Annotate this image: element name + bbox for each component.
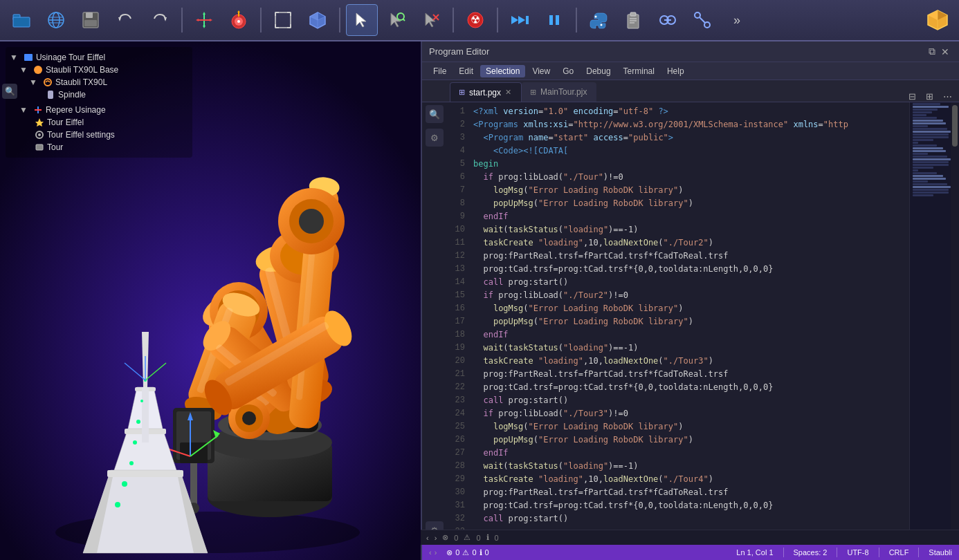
svg-marker-14 [203, 12, 206, 15]
line-ending-text: CRLF [889, 548, 909, 557]
menu-file[interactable]: File [428, 65, 452, 77]
svg-point-20 [237, 20, 240, 23]
open-button[interactable] [6, 4, 37, 36]
close-editor-button[interactable]: ✕ [938, 46, 952, 57]
tree-label-tour-settings: Tour Eiffel settings [47, 130, 115, 140]
link1-button[interactable] [652, 4, 684, 36]
language-status[interactable]: Staubli [929, 548, 952, 557]
menu-selection[interactable]: Selection [480, 65, 525, 77]
svg-marker-46 [518, 16, 525, 24]
spaces-status: Spaces: 2 [794, 548, 828, 557]
save-button[interactable] [75, 4, 107, 36]
tree-item-tour-settings[interactable]: Tour Eiffel settings [10, 129, 188, 141]
tab-maintour-icon: ⊞ [530, 88, 536, 97]
svg-marker-15 [203, 26, 206, 28]
svg-point-139 [34, 66, 42, 74]
nav-prev[interactable]: ‹ [426, 534, 429, 542]
python-button[interactable] [583, 4, 614, 36]
split-editor-button[interactable]: ⊟ [906, 91, 919, 102]
more-tabs-button[interactable]: ⋯ [940, 91, 955, 102]
error-count: 0 [454, 534, 458, 542]
tab-maintour-label: MainTour.pjx [540, 87, 587, 97]
web-button[interactable] [40, 4, 72, 36]
code-content[interactable]: <?xml version="1.0" encoding="utf-8" ?> … [471, 102, 909, 545]
tree-label-spindle: Spindle [58, 90, 86, 100]
svg-point-131 [133, 440, 137, 445]
warning-tri-icon: ⚠ [462, 548, 469, 557]
target-button[interactable] [223, 4, 255, 36]
info-num: 0 [485, 548, 489, 557]
select-button[interactable] [346, 4, 378, 36]
repere-collapse-icon: ▼ [19, 105, 28, 115]
svg-marker-17 [210, 19, 212, 21]
link2-button[interactable] [686, 4, 718, 36]
status-sep-2 [837, 548, 837, 557]
tree-label-staubli-base: Staubli TX90L Base [46, 65, 118, 75]
svg-rect-138 [24, 54, 33, 61]
svg-marker-16 [196, 19, 199, 21]
search-gutter-icon[interactable]: 🔍 [2, 84, 17, 99]
menu-edit[interactable]: Edit [453, 65, 479, 77]
svg-point-128 [115, 502, 120, 507]
svg-rect-48 [549, 15, 553, 25]
position-status: Ln 1, Col 1 [736, 548, 773, 557]
tab-start-close[interactable]: ✕ [505, 88, 511, 97]
pause-button[interactable] [538, 4, 570, 36]
separator-3 [339, 8, 340, 32]
settings-icon[interactable]: ⚙ [426, 129, 444, 147]
menu-help[interactable]: Help [661, 65, 690, 77]
separator-5 [497, 8, 498, 32]
svg-rect-121 [107, 470, 183, 477]
svg-line-39 [403, 19, 405, 21]
menu-debug[interactable]: Debug [581, 65, 616, 77]
svg-point-140 [44, 79, 51, 86]
statusbar: ‹ › ⊗ 0 ⚠ 0 ℹ 0 Ln 1, Col 1 Spaces: 2 UT… [422, 545, 959, 560]
info-icon: ℹ [486, 533, 489, 542]
nav-next[interactable]: › [435, 534, 437, 542]
more-button[interactable]: » [721, 4, 753, 36]
tree-item-root[interactable]: ▼ Usinage Tour Eiffel [10, 51, 188, 64]
tree-item-staubli-base[interactable]: ▼ Staubli TX90L Base [10, 64, 188, 76]
search-icon[interactable]: 🔍 [426, 105, 444, 123]
minimap [909, 102, 951, 545]
select3-button[interactable] [415, 4, 447, 36]
code-bottom-nav: ‹ › ⊗ 0 ⚠ 0 ℹ 0 [422, 530, 959, 545]
menu-terminal[interactable]: Terminal [618, 65, 660, 77]
status-next[interactable]: › [435, 548, 437, 557]
status-sep-3 [879, 548, 879, 557]
svg-rect-147 [36, 144, 43, 150]
tree-item-staubli-tx90l[interactable]: ▼ Staubli TX90L [10, 76, 188, 88]
svg-point-87 [242, 411, 256, 425]
cube-button[interactable] [302, 4, 334, 36]
tree-label-repere: Repere Usinage [46, 105, 106, 115]
right-scrollbar[interactable] [951, 102, 959, 545]
tree-item-tour[interactable]: Tour [10, 141, 188, 153]
select2-button[interactable] [381, 4, 412, 36]
tab-start-pgx[interactable]: ⊞ start.pgx ✕ [450, 82, 522, 102]
fit-button[interactable] [267, 4, 299, 36]
svg-rect-49 [556, 15, 559, 25]
tree-item-spindle[interactable]: Spindle [10, 88, 188, 101]
hazard-button[interactable]: ☢ [459, 4, 491, 36]
restore-button[interactable]: ⧉ [926, 46, 938, 57]
tab-maintour[interactable]: ⊞ MainTour.pjx [522, 82, 596, 102]
status-prev[interactable]: ‹ [429, 548, 432, 557]
menu-go[interactable]: Go [557, 65, 579, 77]
redo-button[interactable] [144, 4, 176, 36]
svg-point-60 [695, 12, 700, 18]
package-button[interactable] [922, 4, 953, 36]
clipboard-button[interactable] [617, 4, 649, 36]
layout-button[interactable]: ⊞ [923, 91, 936, 102]
fast-forward-button[interactable] [504, 4, 536, 36]
line-ending-status: CRLF [889, 548, 909, 557]
menu-view[interactable]: View [527, 65, 556, 77]
undo-button[interactable] [109, 4, 141, 36]
move-button[interactable] [188, 4, 220, 36]
separator-1 [181, 8, 183, 32]
tree-item-repere[interactable]: ▼ Repere Usinage [10, 104, 188, 116]
line-numbers: 12345 678910 1112131415 1617181920 21222… [447, 102, 471, 545]
svg-marker-144 [35, 118, 44, 127]
root-collapse-icon: ▼ [10, 53, 18, 62]
svg-point-61 [704, 22, 710, 28]
tree-item-tour-eiffel[interactable]: Tour Eiffel [10, 116, 188, 129]
